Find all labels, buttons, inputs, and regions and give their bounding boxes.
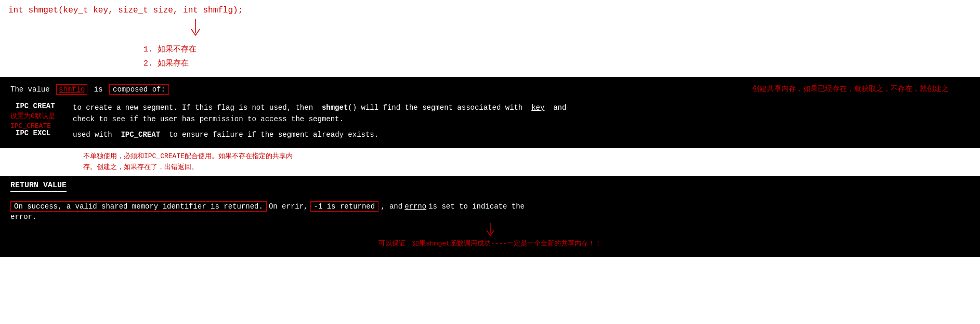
top-section: int shmget(key_t key, size_t size, int s… — [0, 0, 980, 77]
list-item-2: 2. 如果存在 — [143, 57, 972, 71]
bottom-down-arrow-icon — [482, 223, 498, 239]
arrow-container — [185, 19, 972, 40]
down-arrow-icon — [185, 19, 206, 40]
numbered-list: 1. 如果不存在 2. 如果存在 — [143, 43, 972, 71]
return-line: On success, a valid shared memory identi… — [10, 201, 970, 212]
between-section: 不单独使用，必须和IPC_CREATE配合使用。如果不存在指定的共享内 存。创建… — [0, 148, 980, 176]
chinese-note-1: 创建共享内存，如果已经存在，就获取之，不存在，就创建之 — [752, 84, 949, 94]
ipc-creat-label: IPC_CREAT — [16, 102, 73, 110]
composed-of-box: composed of: — [109, 84, 169, 95]
return-rest: is set to indicate the — [428, 202, 525, 211]
between-line2: 存。创建之，如果存在了，出错返回。 — [83, 162, 897, 173]
list-item-1: 1. 如果不存在 — [143, 43, 972, 57]
ipc-creat-desc-1: to create a new segment. If this flag is… — [73, 103, 313, 112]
return-value-header-container: RETURN VALUE — [10, 181, 970, 197]
ipc-side-line2: IPC_CREATE — [10, 122, 51, 130]
ipc-creat-desc-2: () will find the segment associated with — [348, 103, 522, 112]
black-section-1: 创建共享内存，如果已经存在，就获取之，不存在，就创建之 The value sh… — [0, 77, 980, 148]
ipc-creat-key: key — [531, 103, 544, 112]
return-value-header: RETURN VALUE — [10, 181, 67, 192]
black-section-2: RETURN VALUE On success, a valid shared … — [0, 176, 980, 257]
bottom-arrow-section: 可以保证，如果shmget函数调用成功----一定是一个全新的共享内存！！ — [10, 223, 970, 250]
middle-text: On errir, — [269, 202, 308, 211]
ipc-side-note: 设置为0默认是 IPC_CREATE — [10, 111, 55, 132]
return-line2: error. — [10, 213, 970, 221]
ipc-excl-desc: used with IPC_CREAT to ensure failure if… — [73, 129, 970, 140]
success-box: On success, a valid shared memory identi… — [10, 201, 267, 212]
code-signature: int shmget(key_t key, size_t size, int s… — [8, 4, 972, 18]
ipc-creat-desc: to create a new segment. If this flag is… — [73, 102, 970, 125]
ipc-creat-section: 设置为0默认是 IPC_CREATE IPC_CREAT to create a… — [10, 102, 970, 125]
ipc-creat-shmget: shmget — [322, 103, 348, 112]
ipc-excl-row: IPC_EXCL used with IPC_CREAT to ensure f… — [10, 129, 970, 140]
bottom-note: 可以保证，如果shmget函数调用成功----一定是一个全新的共享内存！！ — [378, 239, 602, 250]
ipc-creat-row: IPC_CREAT to create a new segment. If th… — [10, 102, 970, 125]
ipc-creat-desc-3: and — [553, 103, 566, 112]
shmflg-box: shmflg — [56, 84, 87, 95]
ipc-side-line1: 设置为0默认是 — [10, 112, 55, 120]
signature-text: int shmget(key_t key, size_t size, int s… — [8, 6, 243, 15]
ipc-excl-ipc-creat: IPC_CREAT — [121, 131, 160, 139]
between-line1: 不单独使用，必须和IPC_CREATE配合使用。如果不存在指定的共享内 — [83, 151, 897, 162]
shmflg-middle: is — [89, 85, 107, 94]
after-error: , and — [381, 202, 402, 211]
error-box: -1 is returned — [310, 201, 379, 212]
ipc-excl-desc2: to ensure failure if the segment already… — [169, 131, 378, 139]
shmflg-prefix: The value — [10, 85, 54, 94]
errno-word: errno — [404, 202, 426, 211]
ipc-creat-desc-4: check to see if the user has permission … — [73, 115, 344, 123]
bottom-note-text: 可以保证，如果shmget函数调用成功----一定是一个全新的共享内存！！ — [378, 240, 602, 248]
ipc-excl-desc-text: used with — [73, 131, 112, 139]
